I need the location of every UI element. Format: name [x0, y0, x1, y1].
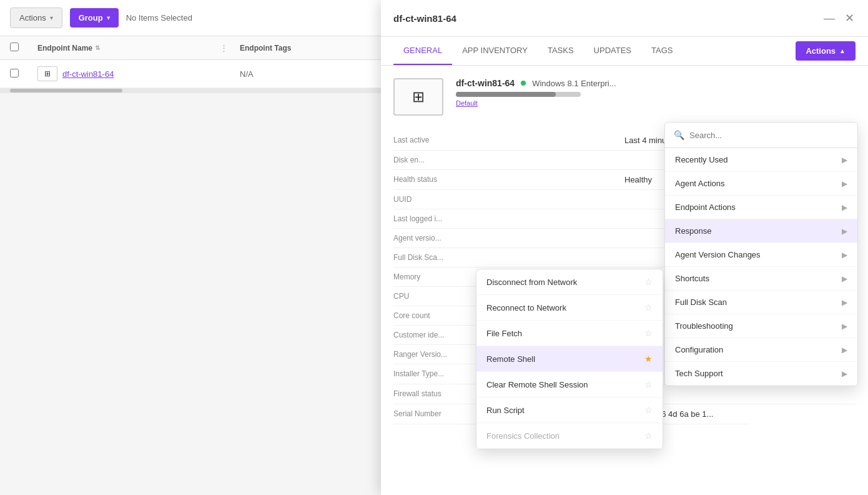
panel-actions-label: Actions	[806, 46, 836, 56]
tab-general-label: GENERAL	[403, 46, 442, 55]
row-checkbox-cell	[10, 69, 30, 79]
group-label: Group	[79, 13, 103, 22]
panel-tabs-list: GENERAL APP INVENTORY TASKS UPDATES TAGS	[393, 37, 683, 65]
tab-app-inventory-label: APP INVENTORY	[462, 46, 528, 55]
group-button[interactable]: Group ▾	[70, 8, 119, 28]
panel-title: df-ct-win81-64	[393, 13, 456, 24]
tab-general[interactable]: GENERAL	[393, 37, 452, 65]
more-columns-icon[interactable]: ⋮	[220, 43, 228, 52]
status-online-dot	[521, 81, 526, 86]
tab-tasks[interactable]: TASKS	[538, 37, 584, 65]
tab-tags[interactable]: TAGS	[641, 37, 683, 65]
endpoint-os-label: Windows 8.1 Enterpri...	[532, 79, 616, 88]
endpoint-details: df-ct-win81-64 Windows 8.1 Enterpri... D…	[456, 78, 856, 93]
endpoint-windows-icon: ⊞	[37, 66, 57, 81]
progress-bar-fill	[456, 92, 556, 93]
row-name-cell: ⊞ df-ct-win81-64	[37, 66, 212, 81]
col-tags-label: Endpoint Tags	[240, 44, 291, 52]
panel-body: ⊞ df-ct-win81-64 Windows 8.1 Enterpri...…	[381, 66, 868, 93]
panel-actions-chevron-icon: ▲	[839, 48, 846, 54]
endpoint-name-link[interactable]: df-ct-win81-64	[62, 69, 114, 79]
tab-tags-label: TAGS	[651, 46, 673, 55]
endpoint-name-row: df-ct-win81-64 Windows 8.1 Enterpri...	[456, 78, 856, 88]
tab-updates[interactable]: UPDATES	[584, 37, 641, 65]
actions-button[interactable]: Actions ▾	[10, 8, 62, 28]
endpoint-detail-name: df-ct-win81-64	[456, 78, 515, 88]
select-all-checkbox[interactable]	[10, 42, 19, 51]
col-name-label: Endpoint Name	[37, 44, 92, 52]
row-checkbox[interactable]	[10, 69, 19, 78]
scrollbar-thumb[interactable]	[10, 89, 122, 92]
panel-tabs: GENERAL APP INVENTORY TASKS UPDATES TAGS…	[381, 37, 868, 66]
col-header-name: Endpoint Name ⇅	[37, 44, 212, 52]
tab-updates-label: UPDATES	[594, 46, 631, 55]
actions-label: Actions	[19, 13, 46, 22]
col-header-more: ⋮	[220, 43, 232, 52]
col-name-sort-icon[interactable]: ⇅	[95, 44, 100, 51]
panel-header-icons: — ✕	[822, 10, 856, 26]
actions-chevron-icon: ▾	[50, 14, 53, 21]
panel-header: df-ct-win81-64 — ✕	[381, 0, 868, 37]
group-chevron-icon: ▾	[107, 14, 110, 21]
close-panel-button[interactable]: ✕	[844, 10, 856, 26]
header-checkbox-cell	[10, 42, 30, 53]
panel-actions-button[interactable]: Actions ▲	[796, 41, 856, 61]
endpoint-progress-bar	[456, 92, 581, 93]
minimize-button[interactable]: —	[822, 11, 836, 26]
endpoint-info-header: ⊞ df-ct-win81-64 Windows 8.1 Enterpri...…	[393, 78, 856, 93]
tab-tasks-label: TASKS	[548, 46, 574, 55]
tab-app-inventory[interactable]: APP INVENTORY	[452, 37, 538, 65]
endpoint-panel: df-ct-win81-64 — ✕ GENERAL APP INVENTORY…	[381, 0, 868, 93]
endpoint-large-icon: ⊞	[393, 78, 443, 93]
